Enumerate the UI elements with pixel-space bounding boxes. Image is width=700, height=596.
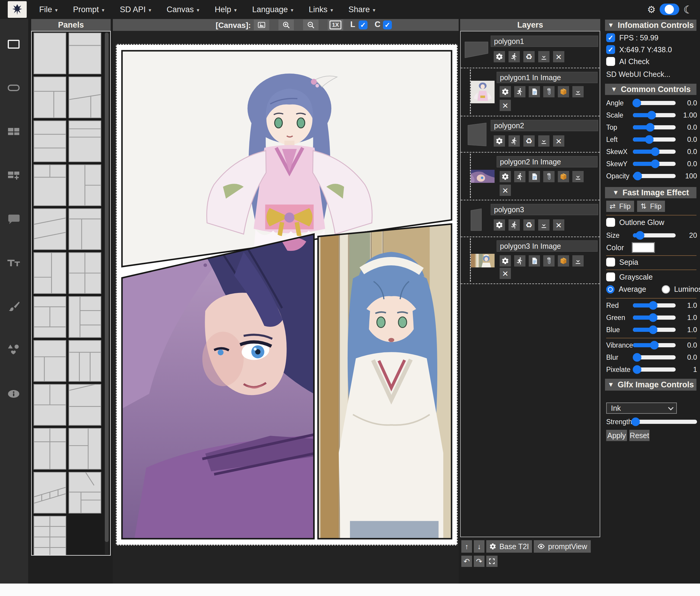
red-slider[interactable] bbox=[633, 303, 676, 307]
menu-language[interactable]: Language▾ bbox=[252, 5, 293, 14]
skewx-slider[interactable] bbox=[633, 150, 676, 154]
panel-template[interactable] bbox=[33, 208, 66, 250]
info-tool-icon[interactable] bbox=[6, 387, 21, 401]
panel3-image[interactable] bbox=[318, 224, 452, 539]
canvas-page[interactable] bbox=[116, 44, 458, 546]
panel-template[interactable] bbox=[69, 77, 101, 118]
average-radio[interactable] bbox=[606, 285, 615, 294]
layer-settings-button[interactable] bbox=[500, 86, 511, 97]
left-slider[interactable] bbox=[633, 138, 676, 142]
layer-download-button[interactable] bbox=[572, 171, 584, 182]
layer-delete-button[interactable]: × bbox=[553, 135, 564, 147]
panel-template[interactable] bbox=[33, 33, 66, 74]
layer-settings-button[interactable] bbox=[500, 255, 511, 267]
layer-animate-button[interactable] bbox=[508, 219, 520, 231]
layer-thumbnail-polygon3-image[interactable] bbox=[471, 254, 495, 269]
panel-template[interactable] bbox=[33, 252, 66, 294]
theme-toggle[interactable] bbox=[659, 4, 679, 15]
canvas-visibility-checkbox[interactable]: ✓ bbox=[383, 21, 392, 29]
strength-slider[interactable] bbox=[633, 420, 697, 424]
panel-template[interactable] bbox=[69, 165, 101, 206]
rounded-panel-tool-icon[interactable] bbox=[6, 80, 21, 95]
panel-template[interactable] bbox=[69, 121, 101, 162]
layer-settings-button[interactable] bbox=[494, 219, 505, 231]
sepia-checkbox[interactable]: ✓ bbox=[606, 258, 615, 267]
layer-thumbnail-polygon1-image[interactable] bbox=[471, 81, 495, 104]
canvas-frame-tool-icon[interactable] bbox=[6, 37, 21, 52]
panel-template[interactable] bbox=[69, 472, 101, 514]
layer-animate-button[interactable] bbox=[514, 171, 525, 182]
layer-prompt-button[interactable] bbox=[529, 255, 540, 267]
layer-name-input[interactable] bbox=[497, 72, 598, 83]
layer-attach-button[interactable] bbox=[543, 86, 554, 97]
luminosity-radio[interactable] bbox=[662, 285, 670, 294]
layer-download-button[interactable] bbox=[538, 219, 549, 231]
layer-reset-button[interactable]: ♻ bbox=[523, 135, 535, 147]
canvas-image-button[interactable] bbox=[254, 20, 269, 30]
angle-slider[interactable] bbox=[633, 101, 676, 105]
dark-mode-moon-icon[interactable]: ☾ bbox=[683, 4, 693, 16]
glow-color-swatch[interactable] bbox=[632, 242, 655, 253]
zoom-out-button[interactable] bbox=[303, 20, 319, 30]
layer-thumbnail-polygon2[interactable] bbox=[468, 123, 486, 148]
layer-animate-button[interactable] bbox=[508, 135, 520, 147]
panel2-image[interactable] bbox=[122, 231, 314, 539]
ai-check-checkbox[interactable]: ✓ bbox=[606, 57, 615, 66]
zoom-reset-button[interactable]: 1X bbox=[328, 20, 343, 30]
panel-template[interactable] bbox=[69, 252, 101, 294]
layer-prompt-button[interactable] bbox=[529, 86, 540, 97]
panel-template[interactable] bbox=[69, 428, 101, 470]
scrollbar-thumb[interactable] bbox=[105, 33, 109, 542]
layer-delete-button[interactable]: × bbox=[553, 51, 564, 62]
zoom-in-button[interactable] bbox=[278, 20, 294, 30]
panel-template[interactable] bbox=[33, 165, 66, 206]
layer-animate-button[interactable] bbox=[514, 86, 525, 97]
common-controls-header[interactable]: ▼ Common Controls bbox=[605, 84, 696, 95]
fps-checkbox[interactable]: ✓ bbox=[606, 33, 615, 42]
blur-slider[interactable] bbox=[633, 355, 676, 359]
panel-grid-tool-icon[interactable] bbox=[6, 124, 21, 139]
layer-settings-button[interactable] bbox=[500, 171, 511, 182]
redo-button[interactable]: ↷ bbox=[474, 556, 484, 567]
size-slider[interactable] bbox=[633, 233, 676, 238]
text-tool-icon[interactable] bbox=[6, 255, 21, 270]
fast-image-effect-header[interactable]: ▼ Fast Image Effect bbox=[605, 187, 696, 198]
app-logo[interactable] bbox=[8, 1, 27, 18]
grayscale-checkbox[interactable]: ✓ bbox=[606, 272, 615, 281]
glfx-filter-select[interactable]: Ink bbox=[606, 402, 677, 414]
layer-package-button[interactable] bbox=[558, 255, 569, 267]
vibrance-slider[interactable] bbox=[633, 343, 676, 347]
layer-attach-button[interactable] bbox=[543, 255, 554, 267]
panel-template[interactable] bbox=[33, 296, 66, 338]
undo-button[interactable]: ↶ bbox=[461, 556, 472, 567]
information-controls-header[interactable]: ▼ Infomation Controls bbox=[605, 20, 696, 31]
shapes-tool-icon[interactable] bbox=[6, 343, 21, 357]
scale-slider[interactable] bbox=[633, 113, 676, 117]
layer-delete-button[interactable]: × bbox=[500, 268, 511, 279]
layer-name-input[interactable] bbox=[491, 35, 598, 47]
layer-name-input[interactable] bbox=[497, 241, 598, 252]
layer-delete-button[interactable]: × bbox=[500, 184, 511, 196]
layer-animate-button[interactable] bbox=[514, 255, 525, 267]
skewy-slider[interactable] bbox=[633, 162, 676, 166]
layer-settings-button[interactable] bbox=[494, 51, 505, 62]
brush-tool-icon[interactable] bbox=[6, 299, 21, 314]
menu-links[interactable]: Links▾ bbox=[309, 5, 333, 14]
layer-download-button[interactable] bbox=[538, 51, 549, 62]
layer-move-up-button[interactable]: ↑ bbox=[461, 540, 472, 553]
panel-template[interactable] bbox=[33, 516, 66, 556]
panel-template[interactable] bbox=[33, 121, 66, 162]
layer-attach-button[interactable] bbox=[543, 171, 554, 182]
layer-prompt-button[interactable] bbox=[529, 171, 540, 182]
menu-file[interactable]: File▾ bbox=[39, 5, 57, 14]
layer-move-down-button[interactable]: ↓ bbox=[474, 540, 484, 553]
glfx-image-controls-header[interactable]: ▼ Glfx Image Controls bbox=[605, 379, 696, 391]
panel-template[interactable] bbox=[69, 384, 101, 426]
top-slider[interactable] bbox=[633, 125, 676, 129]
base-t2i-button[interactable]: Base T2I bbox=[486, 540, 532, 553]
layer-name-input[interactable] bbox=[491, 204, 598, 215]
reset-button[interactable]: Reset bbox=[629, 430, 650, 441]
layer-delete-button[interactable]: × bbox=[500, 100, 511, 111]
layer-package-button[interactable] bbox=[558, 86, 569, 97]
menu-share[interactable]: Share▾ bbox=[349, 5, 376, 14]
